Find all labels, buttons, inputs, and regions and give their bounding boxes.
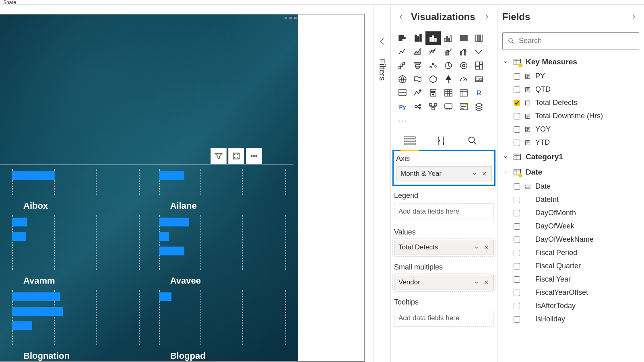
format-tab-icon[interactable] xyxy=(432,133,450,148)
chevron-down-icon[interactable] xyxy=(473,279,480,286)
viz-type-card[interactable]: 123 xyxy=(471,72,487,86)
chart-bar[interactable] xyxy=(12,321,32,330)
viz-type-pie[interactable] xyxy=(441,59,456,72)
viz-type-matrix[interactable] xyxy=(456,86,471,100)
viz-more-icon[interactable]: ··· xyxy=(391,116,497,128)
tooltips-dropzone[interactable]: Add data fields here xyxy=(394,310,494,327)
viz-type-key-influencers[interactable] xyxy=(410,100,425,113)
chart-bar[interactable] xyxy=(159,218,190,226)
chart-bar[interactable] xyxy=(12,218,27,226)
chart-bar[interactable] xyxy=(12,171,55,180)
viz-type-100-column[interactable] xyxy=(471,31,487,45)
fields-search[interactable] xyxy=(502,32,639,49)
viz-type-slicer[interactable] xyxy=(425,86,441,100)
sm-field-pill[interactable]: Vendor xyxy=(394,275,494,290)
viz-type-multi-card[interactable] xyxy=(395,86,410,100)
field-table-key-measures[interactable]: Key Measures xyxy=(497,54,644,70)
viz-type-paginated[interactable] xyxy=(471,100,487,113)
viz-type-line[interactable] xyxy=(395,45,410,59)
field-checkbox[interactable] xyxy=(514,113,520,119)
field-item[interactable]: DayOfWeekName xyxy=(497,233,644,246)
field-checkbox[interactable] xyxy=(514,303,520,309)
field-checkbox[interactable] xyxy=(514,86,520,93)
viz-type-qa[interactable] xyxy=(441,100,456,113)
viz-type-narrative[interactable] xyxy=(456,100,471,113)
chart-bar[interactable] xyxy=(12,307,63,316)
viz-type-line-col[interactable] xyxy=(441,45,456,59)
field-checkbox[interactable] xyxy=(514,316,520,323)
chart-bar[interactable] xyxy=(159,292,171,301)
viz-type-treemap[interactable] xyxy=(471,59,487,72)
field-item[interactable]: Fiscal Quarter xyxy=(497,259,644,273)
viz-type-area[interactable] xyxy=(410,45,425,59)
field-item[interactable]: QTD xyxy=(497,83,644,96)
viz-type-azure-map[interactable] xyxy=(441,72,456,86)
fields-tab-icon[interactable] xyxy=(400,133,419,148)
remove-field-icon[interactable] xyxy=(483,279,489,286)
field-checkbox[interactable] xyxy=(514,223,520,230)
field-item[interactable]: YOY xyxy=(497,123,644,136)
field-table-category1[interactable]: Category1 xyxy=(497,149,644,165)
filters-rail[interactable]: Filters xyxy=(374,5,390,362)
chevron-down-icon[interactable] xyxy=(473,244,480,251)
field-checkbox[interactable] xyxy=(514,263,520,269)
field-checkbox[interactable] xyxy=(514,140,520,146)
viz-collapse-right-icon[interactable] xyxy=(481,11,492,23)
viz-type-stacked-bar[interactable] xyxy=(395,31,410,45)
viz-type-stacked-column[interactable] xyxy=(425,31,441,45)
viz-type-clustered-bar[interactable] xyxy=(410,31,425,45)
viz-type-table[interactable] xyxy=(441,86,456,100)
field-checkbox[interactable] xyxy=(514,276,520,283)
viz-type-line-col2[interactable] xyxy=(456,45,471,59)
field-item[interactable]: Fiscal Period xyxy=(497,246,644,259)
field-item[interactable]: DayOfWeek xyxy=(497,220,644,233)
viz-type-funnel[interactable] xyxy=(410,59,425,72)
chart-visual[interactable]: AiboxAilaneAvammAvaveeBlognationBlogpad xyxy=(0,164,293,361)
canvas-options-icon[interactable] xyxy=(285,17,297,19)
values-field-pill[interactable]: Total Defects xyxy=(394,240,494,255)
chart-bar[interactable] xyxy=(159,171,184,180)
remove-field-icon[interactable] xyxy=(481,171,487,177)
field-checkbox[interactable] xyxy=(514,73,520,80)
field-item[interactable]: PY xyxy=(497,70,644,83)
field-checkbox[interactable] xyxy=(514,197,520,203)
viz-type-py-visual[interactable]: Py xyxy=(395,100,410,113)
share-label[interactable]: Share xyxy=(3,0,16,5)
field-item[interactable]: YTD xyxy=(497,136,644,149)
chart-bar[interactable] xyxy=(12,232,26,241)
field-table-date[interactable]: Date xyxy=(497,165,644,180)
viz-type-scatter[interactable] xyxy=(425,59,441,72)
field-item[interactable]: IsAfterToday xyxy=(497,299,644,313)
viz-type-gauge[interactable] xyxy=(456,72,471,86)
field-item[interactable]: FiscalYearOffset xyxy=(497,286,644,299)
field-checkbox[interactable] xyxy=(514,183,520,190)
field-item[interactable]: DayOfMonth xyxy=(497,206,644,220)
analytics-tab-icon[interactable] xyxy=(463,133,482,148)
field-checkbox[interactable] xyxy=(514,100,520,106)
chart-bar[interactable] xyxy=(12,292,60,301)
field-item[interactable]: Fiscal Year xyxy=(497,273,644,286)
viz-type-shape-map[interactable] xyxy=(425,72,441,86)
remove-field-icon[interactable] xyxy=(483,244,489,251)
field-item[interactable]: Date xyxy=(497,180,644,193)
filter-visual-icon[interactable] xyxy=(211,148,227,164)
axis-field-pill[interactable]: Month & Year xyxy=(396,166,492,181)
viz-collapse-left-icon[interactable] xyxy=(396,11,407,23)
field-item[interactable]: DateInt xyxy=(497,193,644,206)
field-item[interactable]: IsHoliday xyxy=(497,313,644,326)
focus-mode-icon[interactable] xyxy=(228,148,244,164)
field-checkbox[interactable] xyxy=(514,210,520,216)
filters-collapse-icon[interactable] xyxy=(378,37,387,46)
viz-type-map[interactable] xyxy=(395,72,410,86)
more-options-icon[interactable] xyxy=(246,148,262,164)
viz-type-kpi[interactable] xyxy=(410,86,425,100)
search-input[interactable] xyxy=(519,37,634,45)
viz-type-filled-map[interactable] xyxy=(410,72,425,86)
chevron-down-icon[interactable] xyxy=(471,171,478,177)
viz-type-donut[interactable] xyxy=(456,59,471,72)
field-item[interactable]: Total Defects xyxy=(497,96,644,109)
field-item[interactable]: Total Downtime (Hrs) xyxy=(497,109,644,123)
field-checkbox[interactable] xyxy=(514,237,520,243)
fields-collapse-icon[interactable] xyxy=(628,11,639,23)
field-checkbox[interactable] xyxy=(514,250,520,256)
